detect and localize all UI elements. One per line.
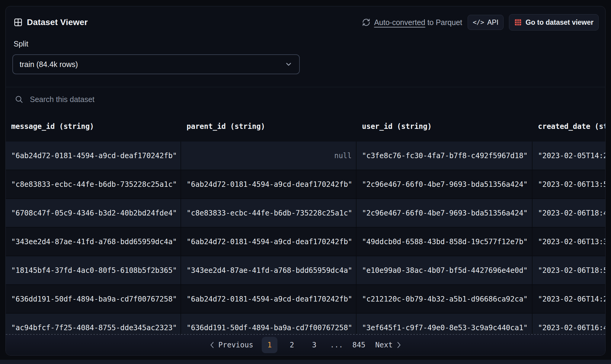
- topbar: Dataset Viewer Auto-converted to Parquet: [6, 6, 605, 30]
- column-header: user_id (string): [357, 122, 533, 131]
- previous-button[interactable]: Previous: [206, 341, 258, 349]
- table-scroll-area[interactable]: message_id (string)parent_id (string)use…: [6, 111, 605, 334]
- table-cell: "2023-02-06T14:2: [533, 285, 605, 313]
- table-cell: "e10e99a0-38ac-4b07-bf5d-4427696e4e0d": [357, 256, 533, 284]
- table-cell: "18145bf4-37fd-4ac0-80f5-6108b5f2b365": [6, 256, 181, 284]
- bottom-band: [0, 360, 611, 364]
- table-cell: "2c96e467-66f0-4be7-9693-bda51356a424": [357, 199, 533, 227]
- table-cell: "636dd191-50df-4894-ba9a-cd7f00767258": [6, 285, 181, 313]
- table-cell: "2023-02-06T13:3: [533, 228, 605, 256]
- table-row: "343ee2d4-87ae-41fd-a768-bdd65959dc4a""6…: [6, 228, 605, 256]
- table-row: "636dd191-50df-4894-ba9a-cd7f00767258""6…: [6, 285, 605, 314]
- table-row: "ac94bfcf-7f25-4084-8755-dde345ac2323""6…: [6, 314, 605, 334]
- table-cell: "2023-02-06T18:5: [533, 256, 605, 284]
- table-cell: "2023-02-06T18:4: [533, 199, 605, 227]
- table-cell: "2023-02-06T13:5: [533, 170, 605, 198]
- goto-dataset-viewer-button[interactable]: Go to dataset viewer: [509, 14, 599, 30]
- code-icon: </>: [473, 19, 484, 26]
- table-cell: "343ee2d4-87ae-41fd-a768-bdd65959dc4a": [181, 256, 357, 284]
- table-cell: "c8e83833-ecbc-44fe-b6db-735228c25a1c": [6, 170, 181, 198]
- page-button[interactable]: 845: [351, 337, 367, 353]
- chevron-right-icon: [396, 342, 401, 348]
- table-cell: "6ab24d72-0181-4594-a9cd-deaf170242fb": [181, 228, 357, 256]
- table-cell: "c8e83833-ecbc-44fe-b6db-735228c25a1c": [181, 199, 357, 227]
- table-cell: "6ab24d72-0181-4594-a9cd-deaf170242fb": [181, 285, 357, 313]
- page-buttons: 123...845: [259, 337, 369, 353]
- table-cell: "636dd191-50df-4894-ba9a-cd7f00767258": [181, 314, 357, 334]
- grid-fill: [515, 19, 521, 26]
- table-cell: null: [181, 142, 357, 170]
- column-header: message_id (string): [6, 122, 181, 131]
- dataset-viewer-card: Dataset Viewer Auto-converted to Parquet: [5, 6, 606, 356]
- table-cell: "2c96e467-66f0-4be7-9693-bda51356a424": [357, 170, 533, 198]
- table-cell: "6708c47f-05c9-4346-b3d2-40b2bd24fde4": [6, 199, 181, 227]
- page-button[interactable]: 2: [284, 337, 300, 353]
- search-bar: [6, 87, 605, 111]
- next-button[interactable]: Next: [371, 341, 405, 349]
- column-header: parent_id (string): [181, 122, 357, 131]
- table-cell: "c3fe8c76-fc30-4fa7-b7f8-c492f5967d18": [357, 142, 533, 170]
- table-cell: "ac94bfcf-7f25-4084-8755-dde345ac2323": [6, 314, 181, 334]
- column-header: created_date (string): [533, 122, 605, 131]
- red-grid-icon: [514, 18, 522, 26]
- split-select[interactable]: train (84.4k rows): [12, 54, 300, 74]
- table-row: "c8e83833-ecbc-44fe-b6db-735228c25a1c""6…: [6, 170, 605, 199]
- table-row: "6ab24d72-0181-4594-a9cd-deaf170242fb"nu…: [6, 142, 605, 170]
- auto-converted-link[interactable]: Auto-converted: [374, 18, 425, 27]
- api-button[interactable]: </> API: [468, 15, 504, 30]
- to-parquet-label: to Parquet: [425, 18, 462, 27]
- chevron-down-icon: [285, 60, 293, 68]
- chevron-left-icon: [210, 342, 215, 348]
- table-body: "6ab24d72-0181-4594-a9cd-deaf170242fb"nu…: [6, 142, 605, 334]
- page-button[interactable]: 3: [306, 337, 322, 353]
- table-icon: [14, 18, 23, 27]
- search-input[interactable]: [29, 95, 605, 104]
- table-cell: "6ab24d72-0181-4594-a9cd-deaf170242fb": [181, 170, 357, 198]
- split-label: Split: [14, 40, 605, 48]
- table-header-row: message_id (string)parent_id (string)use…: [6, 111, 605, 142]
- pagination-bar: Previous 123...845 Next: [6, 334, 605, 355]
- refresh-icon: [362, 18, 370, 27]
- table-cell: "c212120c-0b79-4b32-a5b1-d96686ca92ca": [357, 285, 533, 313]
- table-row: "18145bf4-37fd-4ac0-80f5-6108b5f2b365""3…: [6, 256, 605, 285]
- table-cell: "2023-02-05T14:2: [533, 142, 605, 170]
- pagination-ellipsis: ...: [329, 337, 344, 353]
- table-cell: "49ddcb0d-6588-43bd-858d-19c577f12e7b": [357, 228, 533, 256]
- split-select-value: train (84.4k rows): [20, 60, 78, 69]
- table-cell: "6ab24d72-0181-4594-a9cd-deaf170242fb": [6, 142, 181, 170]
- table-cell: "343ee2d4-87ae-41fd-a768-bdd65959dc4a": [6, 228, 181, 256]
- page-button[interactable]: 1: [262, 337, 277, 353]
- search-icon: [15, 95, 23, 104]
- table-cell: "3ef645f1-c9f7-49e0-8e53-3c9a9c440ca1": [357, 314, 533, 334]
- table-row: "6708c47f-05c9-4346-b3d2-40b2bd24fde4""c…: [6, 199, 605, 228]
- table-cell: "2023-02-06T16:4: [533, 314, 605, 334]
- page-title: Dataset Viewer: [27, 18, 88, 27]
